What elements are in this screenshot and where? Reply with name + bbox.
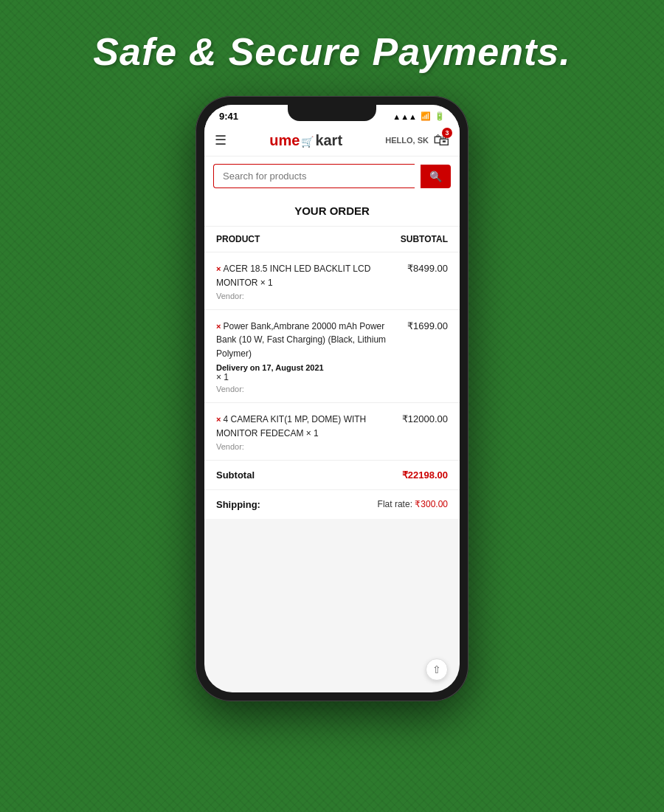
headline: Safe & Secure Payments.: [93, 30, 570, 74]
item-price-3: ₹12000.00: [402, 412, 448, 424]
subtotal-value: ₹22198.00: [402, 469, 448, 481]
logo: ume🛒kart: [269, 132, 342, 149]
shipping-label: Shipping:: [216, 499, 260, 510]
search-icon: 🔍: [429, 171, 442, 182]
cart-button[interactable]: 🛍 3: [433, 131, 449, 150]
item-name-2: Power Bank,Ambrane 20000 mAh Power Bank …: [216, 321, 386, 359]
item-qty-2: × 1: [216, 372, 400, 382]
shipping-row: Shipping: Flat rate: ₹300.00: [204, 490, 460, 519]
order-item-1: × ACER 18.5 INCH LED BACKLIT LCD MONITOR…: [204, 252, 460, 310]
nav-right: HELLO, SK 🛍 3: [385, 131, 449, 150]
cart-badge: 3: [442, 128, 452, 138]
item-name-3: 4 CAMERA KIT(1 MP, DOME) WITH MONITOR FE…: [216, 414, 366, 438]
status-bar: 9:41 ▲▲▲ 📶 🔋: [204, 105, 460, 125]
notch: [288, 105, 376, 121]
chevron-up-icon: ⇧: [432, 664, 441, 675]
logo-text: ume🛒kart: [269, 132, 342, 149]
phone-shell: 9:41 ▲▲▲ 📶 🔋 ☰ ume🛒kart HELLO, SK 🛍 3: [196, 96, 468, 701]
top-nav: ☰ ume🛒kart HELLO, SK 🛍 3: [204, 125, 460, 156]
item-details-2: × Power Bank,Ambrane 20000 mAh Power Ban…: [216, 319, 407, 393]
shipping-value: Flat rate: ₹300.00: [378, 499, 448, 510]
logo-ume: ume: [269, 132, 300, 148]
item-details-1: × ACER 18.5 INCH LED BACKLIT LCD MONITOR…: [216, 261, 407, 300]
shipping-price: ₹300.00: [415, 499, 448, 509]
item-delivery-2: Delivery on 17, August 2021: [216, 363, 400, 372]
shipping-flat-text: Flat rate:: [378, 499, 415, 509]
order-item-2: × Power Bank,Ambrane 20000 mAh Power Ban…: [204, 310, 460, 403]
item-vendor-2: Vendor:: [216, 385, 400, 393]
wifi-icon: 📶: [421, 111, 431, 121]
item-price-1: ₹8499.00: [407, 261, 448, 274]
search-input[interactable]: [213, 164, 415, 188]
order-title: YOUR ORDER: [204, 196, 460, 227]
item-details-3: × 4 CAMERA KIT(1 MP, DOME) WITH MONITOR …: [216, 412, 402, 451]
battery-icon: 🔋: [435, 111, 445, 121]
phone-screen: 9:41 ▲▲▲ 📶 🔋 ☰ ume🛒kart HELLO, SK 🛍 3: [204, 105, 460, 692]
order-header: PRODUCT SUBTOTAL: [204, 227, 460, 252]
search-bar: 🔍: [204, 156, 460, 196]
item-vendor-1: Vendor:: [216, 292, 400, 300]
order-header-subtotal: SUBTOTAL: [401, 234, 448, 244]
status-icons: ▲▲▲ 📶 🔋: [392, 111, 445, 121]
hello-text: HELLO, SK: [385, 136, 429, 145]
scroll-up-btn[interactable]: ⇧: [426, 658, 448, 681]
signal-icon: ▲▲▲: [392, 112, 417, 121]
status-time: 9:41: [219, 111, 238, 122]
order-item-3: × 4 CAMERA KIT(1 MP, DOME) WITH MONITOR …: [204, 403, 460, 461]
order-content: YOUR ORDER PRODUCT SUBTOTAL × ACER 18.5 …: [204, 196, 460, 519]
subtotal-row: Subtotal ₹22198.00: [204, 461, 460, 490]
order-content-wrapper: YOUR ORDER PRODUCT SUBTOTAL × ACER 18.5 …: [204, 196, 460, 692]
item-name-1: ACER 18.5 INCH LED BACKLIT LCD MONITOR ×…: [216, 264, 370, 288]
subtotal-label: Subtotal: [216, 469, 255, 481]
item-price-2: ₹1699.00: [407, 319, 448, 331]
item-vendor-3: Vendor:: [216, 442, 395, 451]
logo-kart: kart: [315, 132, 342, 148]
order-header-product: PRODUCT: [216, 234, 260, 244]
hamburger-icon[interactable]: ☰: [215, 132, 226, 148]
search-button[interactable]: 🔍: [421, 165, 451, 188]
logo-cart-icon: 🛒: [301, 136, 314, 148]
